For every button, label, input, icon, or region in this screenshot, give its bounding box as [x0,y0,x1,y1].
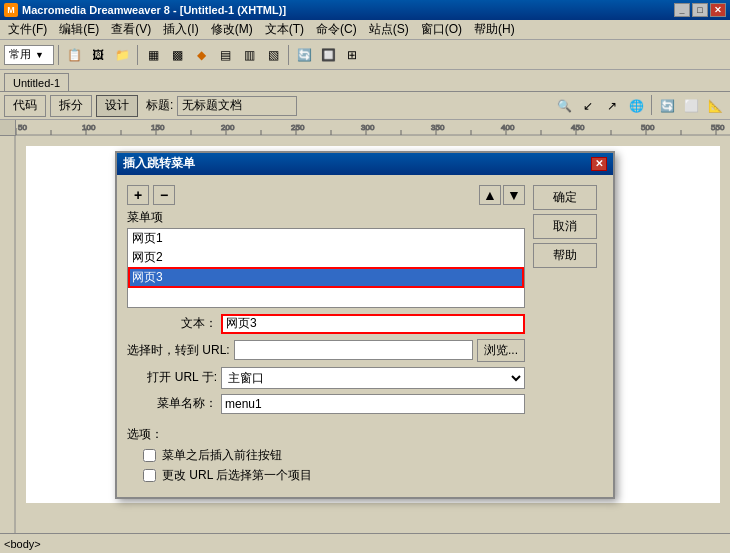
toolbar-separator-3 [288,45,289,65]
toolbar-category-dropdown[interactable]: 常用 ▼ [4,45,54,65]
tab-area: Untitled-1 [0,70,730,92]
open-url-row: 打开 URL 于: 主窗口新窗口_blank_self_parent_top [127,367,525,389]
menu-file[interactable]: 文件(F) [2,19,53,40]
toolbar-separator-2 [137,45,138,65]
menu-name-row: 菜单名称： [127,394,525,414]
toolbar-btn-5[interactable]: ▩ [166,44,188,66]
menu-list-item-2[interactable]: 网页3 [128,267,524,288]
add-item-btn[interactable]: + [127,185,149,205]
menu-site[interactable]: 站点(S) [363,19,415,40]
toolbar-btn-9[interactable]: ▧ [262,44,284,66]
menu-list-item-0[interactable]: 网页1 [128,229,524,248]
move-up-btn[interactable]: ▲ [479,185,501,205]
menu-list-item-1[interactable]: 网页2 [128,248,524,267]
menu-view[interactable]: 查看(V) [105,19,157,40]
move-down-btn[interactable]: ▼ [503,185,525,205]
option-label-0: 菜单之后插入前往按钮 [162,447,282,464]
minimize-btn[interactable]: _ [674,3,690,17]
open-url-select[interactable]: 主窗口新窗口_blank_self_parent_top [221,367,525,389]
menu-window[interactable]: 窗口(O) [415,19,468,40]
open-url-label: 打开 URL 于: [127,369,217,386]
menu-list[interactable]: 网页1 网页2 网页3 [127,228,525,308]
menu-bar: 文件(F) 编辑(E) 查看(V) 插入(I) 修改(M) 文本(T) 命令(C… [0,20,730,40]
menu-name-input[interactable] [221,394,525,414]
option-row-0: 菜单之后插入前往按钮 [143,447,525,464]
tab-label: Untitled-1 [13,77,60,89]
toolbar-btn-1[interactable]: 📋 [63,44,85,66]
url-field-label: 选择时，转到 URL: [127,342,230,359]
title-bar-buttons: _ □ ✕ [674,3,726,17]
app-title: Macromedia Dreamweaver 8 - [Untitled-1 (… [22,4,286,16]
close-btn[interactable]: ✕ [710,3,726,17]
menu-modify[interactable]: 修改(M) [205,19,259,40]
dialog-title-bar: 插入跳转菜单 ✕ [117,153,613,175]
insert-jump-menu-dialog: 插入跳转菜单 ✕ + − ▲ ▼ 菜单项 网页 [115,151,615,499]
option-label-1: 更改 URL 后选择第一个项目 [162,467,312,484]
toolbar-btn-3[interactable]: 📁 [111,44,133,66]
ok-btn[interactable]: 确定 [533,185,597,210]
text-field-row: 文本： [127,314,525,334]
dropdown-arrow-icon: ▼ [35,50,44,60]
menu-name-label: 菜单名称： [127,395,217,412]
toolbar-btn-8[interactable]: ▥ [238,44,260,66]
text-field-input[interactable] [221,314,525,334]
dialog-body: + − ▲ ▼ 菜单项 网页1 网页2 网页3 文本： [117,175,613,497]
cancel-btn[interactable]: 取消 [533,214,597,239]
option-row-1: 更改 URL 后选择第一个项目 [143,467,525,484]
toolbar-btn-2[interactable]: 🖼 [87,44,109,66]
app-icon: M [4,3,18,17]
option-checkbox-1[interactable] [143,469,156,482]
options-label: 选项： [127,426,525,443]
title-bar: M Macromedia Dreamweaver 8 - [Untitled-1… [0,0,730,20]
options-section: 选项： 菜单之后插入前往按钮 更改 URL 后选择第一个项目 [127,420,525,484]
url-field-row: 选择时，转到 URL: 浏览... [127,339,525,362]
list-move-buttons: ▲ ▼ [479,185,525,205]
dialog-title: 插入跳转菜单 [123,155,195,172]
tab-untitled[interactable]: Untitled-1 [4,73,69,91]
maximize-btn[interactable]: □ [692,3,708,17]
help-btn[interactable]: 帮助 [533,243,597,268]
toolbar: 常用 ▼ 📋 🖼 📁 ▦ ▩ ◆ ▤ ▥ ▧ 🔄 🔲 ⊞ [0,40,730,70]
remove-item-btn[interactable]: − [153,185,175,205]
option-checkbox-0[interactable] [143,449,156,462]
menu-text[interactable]: 文本(T) [259,19,310,40]
menu-edit[interactable]: 编辑(E) [53,19,105,40]
toolbar-btn-7[interactable]: ▤ [214,44,236,66]
dialog-close-btn[interactable]: ✕ [591,157,607,171]
toolbar-btn-4[interactable]: ▦ [142,44,164,66]
toolbar-btn-12[interactable]: ⊞ [341,44,363,66]
menu-command[interactable]: 命令(C) [310,19,363,40]
toolbar-btn-11[interactable]: 🔲 [317,44,339,66]
browse-btn[interactable]: 浏览... [477,339,525,362]
url-field-input[interactable] [234,340,473,360]
dialog-left-panel: + − ▲ ▼ 菜单项 网页1 网页2 网页3 文本： [127,185,525,487]
toolbar-separator-1 [58,45,59,65]
menu-list-label: 菜单项 [127,209,525,226]
toolbar-btn-6[interactable]: ◆ [190,44,212,66]
list-controls: + − ▲ ▼ [127,185,525,205]
text-field-label: 文本： [127,315,217,332]
menu-insert[interactable]: 插入(I) [157,19,204,40]
dialog-right-panel: 确定 取消 帮助 [533,185,603,487]
menu-help[interactable]: 帮助(H) [468,19,521,40]
dialog-overlay: 插入跳转菜单 ✕ + − ▲ ▼ 菜单项 网页 [0,96,730,553]
toolbar-btn-10[interactable]: 🔄 [293,44,315,66]
